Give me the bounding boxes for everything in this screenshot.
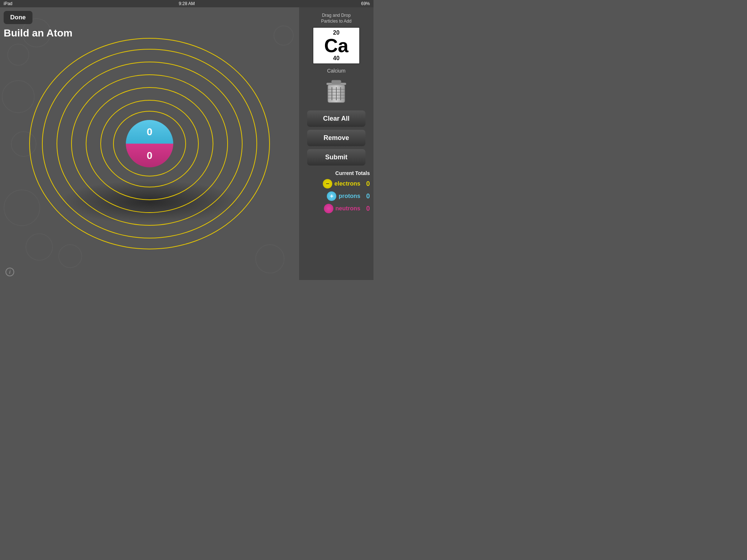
page-title: Build an Atom — [4, 27, 73, 39]
neutrons-row: neutrons 0 — [303, 204, 370, 213]
proton-nucleus-count: 0 — [147, 126, 152, 138]
current-totals: Current Totals − electrons 0 + protons 0… — [303, 170, 370, 216]
done-button[interactable]: Done — [4, 11, 32, 24]
electrons-count: 0 — [363, 180, 370, 188]
orbital-container: 0 0 — [22, 20, 277, 268]
neutrons-count: 0 — [363, 205, 370, 213]
neutron-nucleus-count: 0 — [147, 150, 152, 162]
remove-button[interactable]: Remove — [307, 130, 365, 146]
drag-hint: Drag and DropParticles to Add — [321, 13, 351, 24]
right-panel: Drag and DropParticles to Add 20 Ca 40 C… — [299, 7, 374, 280]
totals-title: Current Totals — [303, 170, 370, 176]
neutron-icon — [324, 204, 333, 213]
element-symbol: Ca — [316, 36, 356, 55]
proton-icon: + — [327, 191, 336, 201]
battery-label: 69% — [361, 1, 370, 6]
clear-all-button[interactable]: Clear All — [307, 110, 365, 127]
element-card: 20 Ca 40 — [313, 27, 360, 64]
protons-label: protons — [338, 193, 360, 199]
electron-icon: − — [323, 179, 332, 188]
protons-row: + protons 0 — [303, 191, 370, 201]
svg-rect-1 — [332, 80, 341, 83]
time-label: 9:28 AM — [179, 1, 195, 6]
electrons-row: − electrons 0 — [303, 179, 370, 188]
status-bar: iPad 9:28 AM 69% — [0, 0, 374, 7]
electrons-label: electrons — [334, 180, 360, 187]
device-label: iPad — [4, 1, 12, 6]
element-name: Calcium — [327, 68, 346, 74]
info-button[interactable]: i — [5, 268, 14, 276]
neutrons-label: neutrons — [336, 205, 360, 212]
element-mass: 40 — [316, 55, 356, 62]
atom-area: 0 0 — [0, 7, 299, 280]
nucleus: 0 0 — [126, 120, 173, 167]
main-area: Done Build an Atom 0 0 — [0, 7, 374, 280]
trash-icon[interactable] — [324, 78, 349, 106]
submit-button[interactable]: Submit — [307, 149, 365, 166]
protons-count: 0 — [363, 192, 370, 200]
